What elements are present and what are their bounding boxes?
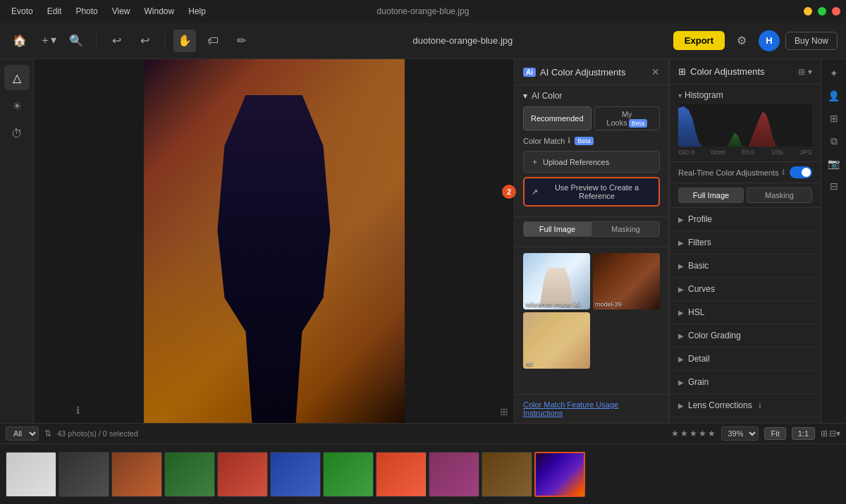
ref-label-3: ref bbox=[525, 360, 588, 367]
settings-button[interactable]: ⚙ bbox=[730, 30, 753, 52]
star-1[interactable]: ★ bbox=[671, 429, 679, 438]
tab-recommended[interactable]: Recommended bbox=[523, 106, 591, 130]
ratio-button[interactable]: 1:1 bbox=[792, 427, 815, 440]
thumb-4[interactable] bbox=[164, 452, 215, 497]
export-button[interactable]: Export bbox=[673, 31, 725, 50]
histogram-title: Histogram bbox=[685, 90, 723, 100]
search-button[interactable]: 🔍 bbox=[65, 30, 87, 52]
thumb-9[interactable] bbox=[429, 452, 479, 497]
tab-my-looks[interactable]: My LooksBeta bbox=[594, 106, 660, 130]
reference-item-2[interactable]: model-39 bbox=[593, 253, 660, 309]
accordion-header-filters[interactable]: ▶ Filters bbox=[670, 231, 821, 254]
real-time-toggle[interactable] bbox=[790, 166, 812, 178]
far-icon-camera[interactable]: 📷 bbox=[824, 154, 844, 173]
menu-window[interactable]: Window bbox=[139, 5, 180, 18]
histogram-section: ▾ Histogram bbox=[670, 85, 821, 162]
grain-chevron: ▶ bbox=[678, 379, 684, 386]
pencil-button[interactable]: ✏ bbox=[230, 30, 252, 52]
photo-count: 43 photo(s) / 0 selected bbox=[57, 429, 666, 438]
histogram-chevron: ▾ bbox=[678, 92, 682, 99]
fit-button[interactable]: Fit bbox=[764, 427, 785, 440]
user-avatar[interactable]: H bbox=[759, 30, 780, 51]
ai-tab-masking[interactable]: Masking bbox=[591, 221, 660, 237]
right-panel-image-tabs: Full Image Masking bbox=[670, 183, 821, 208]
grain-label: Grain bbox=[688, 377, 709, 387]
accordion-header-grain[interactable]: ▶ Grain bbox=[670, 371, 821, 393]
menu-edit[interactable]: Edit bbox=[42, 5, 68, 18]
star-4[interactable]: ★ bbox=[699, 429, 706, 438]
zoom-select[interactable]: 39% bbox=[721, 426, 759, 441]
accordion-header-detail[interactable]: ▶ Detail bbox=[670, 348, 821, 370]
curves-chevron: ▶ bbox=[678, 285, 684, 293]
thumb-6[interactable] bbox=[270, 452, 321, 497]
ai-panel-close[interactable]: ✕ bbox=[651, 66, 660, 78]
thumb-7[interactable] bbox=[323, 452, 374, 497]
thumb-3[interactable] bbox=[111, 452, 162, 497]
filter-select[interactable]: All bbox=[6, 426, 39, 441]
star-3[interactable]: ★ bbox=[689, 429, 697, 438]
thumb-10[interactable] bbox=[482, 452, 532, 497]
sidebar-icon-triangle[interactable]: △ bbox=[4, 65, 30, 90]
accordion-header-profile[interactable]: ▶ Profile bbox=[670, 208, 821, 231]
accordion-header-lens[interactable]: ▶ Lens Corrections ℹ bbox=[670, 394, 821, 417]
add-button[interactable]: ＋▾ bbox=[37, 30, 59, 52]
undo-button[interactable]: ↩ bbox=[105, 30, 128, 52]
minimize-button[interactable] bbox=[804, 7, 812, 16]
info-icon[interactable]: ℹ bbox=[76, 405, 80, 416]
far-icon-layers[interactable]: ⧉ bbox=[824, 131, 844, 151]
menu-view[interactable]: View bbox=[106, 5, 136, 18]
thumb-2[interactable] bbox=[59, 452, 109, 497]
menu-evoto[interactable]: Evoto bbox=[6, 5, 39, 18]
right-panel-header: ⊞ Color Adjustments ⊞ ▾ bbox=[670, 59, 821, 85]
redo-button[interactable]: ↩ bbox=[133, 30, 156, 52]
ai-color-section: ▾ AI Color Recommended My LooksBeta Colo… bbox=[515, 85, 668, 217]
filters-chevron: ▶ bbox=[678, 239, 684, 247]
star-2[interactable]: ★ bbox=[680, 429, 688, 438]
thumb-1[interactable] bbox=[6, 452, 56, 497]
accordion-header-hsl[interactable]: ▶ HSL bbox=[670, 301, 821, 324]
accordion-header-basic[interactable]: ▶ Basic bbox=[670, 254, 821, 277]
far-icon-stack[interactable]: ⊟ bbox=[824, 176, 844, 196]
tag-button[interactable]: 🏷 bbox=[202, 30, 224, 52]
far-icon-person[interactable]: 👤 bbox=[824, 86, 844, 106]
right-tab-full-image[interactable]: Full Image bbox=[678, 188, 744, 203]
sidebar-icon-sun[interactable]: ☀ bbox=[4, 93, 30, 118]
accordion-header-color-grading[interactable]: ▶ Color Grading bbox=[670, 324, 821, 347]
histogram-toggle[interactable]: ▾ Histogram bbox=[678, 90, 812, 100]
filmstrip-view-icon[interactable]: ⊟▾ bbox=[829, 429, 840, 438]
sidebar-icon-history[interactable]: ⏱ bbox=[4, 121, 30, 147]
menu-help[interactable]: Help bbox=[183, 5, 212, 18]
thumb-5[interactable] bbox=[217, 452, 268, 497]
far-icon-sparkle[interactable]: ✦ bbox=[824, 63, 844, 83]
histogram-canvas bbox=[678, 104, 812, 147]
accordion-header-curves[interactable]: ▶ Curves bbox=[670, 278, 821, 300]
accordion-basic: ▶ Basic bbox=[670, 254, 821, 278]
far-icon-grid[interactable]: ⊞ bbox=[824, 109, 844, 128]
buy-now-button[interactable]: Buy Now bbox=[785, 32, 838, 50]
star-5[interactable]: ★ bbox=[708, 429, 716, 438]
accordion-header-color-calibration[interactable]: ▶ Color Calibration bbox=[670, 417, 821, 423]
reference-item-1[interactable]: reference image (4) bbox=[523, 253, 590, 309]
thumb-selected[interactable] bbox=[534, 452, 585, 497]
menu-photo[interactable]: Photo bbox=[70, 5, 103, 18]
ai-panel-footer: Color Match Feature Usage Instructions bbox=[515, 394, 668, 423]
reference-item-3[interactable]: ref bbox=[523, 312, 590, 369]
sort-button[interactable]: ⇅ bbox=[44, 429, 51, 438]
filmstrip-toggle[interactable]: ⊞ bbox=[500, 406, 508, 417]
upload-references-button[interactable]: ＋ Upload References bbox=[523, 151, 660, 173]
home-button[interactable]: 🏠 bbox=[8, 30, 31, 52]
use-preview-reference-button[interactable]: ↗ Use Preview to Create a Reference bbox=[523, 177, 660, 207]
right-tab-masking[interactable]: Masking bbox=[747, 188, 812, 203]
panel-view-chevron[interactable]: ▾ bbox=[808, 67, 812, 77]
maximize-button[interactable] bbox=[818, 7, 826, 16]
ai-tab-full-image[interactable]: Full Image bbox=[523, 221, 591, 237]
grid-view-icon[interactable]: ⊞ bbox=[821, 429, 828, 438]
svg-marker-2 bbox=[728, 133, 745, 147]
accordion-color-grading: ▶ Color Grading bbox=[670, 324, 821, 348]
thumb-8[interactable] bbox=[376, 452, 427, 497]
close-button[interactable] bbox=[832, 7, 840, 16]
hand-tool-button[interactable]: ✋ bbox=[173, 30, 196, 52]
color-match-instructions-link[interactable]: Color Match Feature Usage Instructions bbox=[523, 400, 660, 417]
panel-view-grid[interactable]: ⊞ bbox=[798, 67, 805, 77]
window-title: duotone-orange-blue.jpg bbox=[377, 6, 470, 16]
